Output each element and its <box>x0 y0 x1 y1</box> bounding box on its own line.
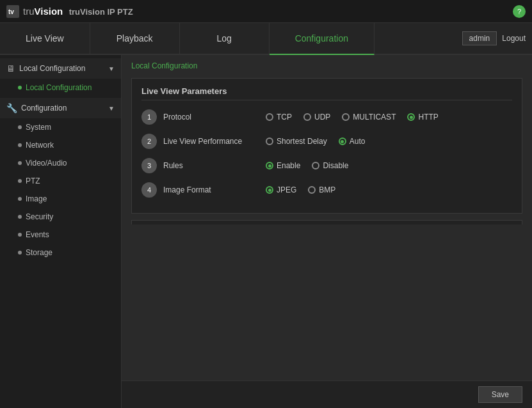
main-nav: Live View Playback Log Configuration adm… <box>0 23 532 55</box>
rules-options: Enable Disable <box>266 161 512 170</box>
sidebar-section-config: 🔧 Configuration ▼ System Network Video/A… <box>0 98 121 262</box>
app-header: tv truVision truVision IP PTZ ? <box>0 0 532 23</box>
sidebar-section-config-items: System Network Video/Audio PTZ Image <box>0 118 121 262</box>
tab-live-view[interactable]: Live View <box>0 23 90 54</box>
perf-shortest-delay-radio[interactable] <box>266 137 273 145</box>
sidebar-item-ptz[interactable]: PTZ <box>0 172 121 190</box>
protocol-http[interactable]: HTTP <box>407 113 438 122</box>
protocol-label: Protocol <box>163 113 266 122</box>
sidebar-item-video-audio[interactable]: Video/Audio <box>0 154 121 172</box>
protocol-multicast-radio[interactable] <box>342 113 350 121</box>
bottom-bar: Save <box>122 381 532 408</box>
logo-text: truVision truVision IP PTZ <box>23 6 133 17</box>
rules-disable[interactable]: Disable <box>312 161 348 170</box>
perf-shortest-delay[interactable]: Shortest Delay <box>266 137 327 146</box>
format-bmp[interactable]: BMP <box>308 185 335 194</box>
sidebar-item-system[interactable]: System <box>0 118 121 136</box>
protocol-udp[interactable]: UDP <box>303 113 330 122</box>
sidebar-item-image[interactable]: Image <box>0 190 121 208</box>
svg-text:tv: tv <box>8 8 14 15</box>
save-button[interactable]: Save <box>478 386 522 403</box>
rules-disable-radio[interactable] <box>312 162 319 169</box>
help-button[interactable]: ? <box>513 5 526 18</box>
local-config-dot <box>18 86 22 90</box>
perf-auto[interactable]: Auto <box>339 137 366 146</box>
image-format-row: 4 Image Format JPEG BMP <box>141 181 512 199</box>
local-config-chevron: ▼ <box>108 65 115 72</box>
protocol-row: 1 Protocol TCP UDP MULTICAS <box>141 108 512 126</box>
content-area: Local Configuration Live View Parameters… <box>122 55 532 408</box>
sidebar-header-config[interactable]: 🔧 Configuration ▼ <box>0 98 121 118</box>
sidebar-item-events[interactable]: Events <box>0 226 121 244</box>
sidebar-section-local-label: Local Configuration <box>19 64 85 73</box>
nav-right: admin Logout <box>462 23 532 54</box>
row-num-3: 3 <box>141 158 157 173</box>
row-num-4: 4 <box>141 182 157 198</box>
breadcrumb: Local Configuration <box>131 61 522 70</box>
live-view-performance-options: Shortest Delay Auto <box>266 137 512 146</box>
admin-label: admin <box>462 31 497 45</box>
perf-auto-radio[interactable] <box>339 137 346 145</box>
sidebar-item-storage[interactable]: Storage <box>0 244 121 262</box>
logout-button[interactable]: Logout <box>502 34 526 43</box>
live-view-panel-title: Live View Parameters <box>141 86 512 100</box>
format-bmp-radio[interactable] <box>308 186 316 194</box>
image-format-options: JPEG BMP <box>266 185 512 194</box>
protocol-tcp[interactable]: TCP <box>266 113 292 122</box>
rules-label: Rules <box>163 161 266 170</box>
config-icon: 🔧 <box>6 103 17 113</box>
live-view-performance-label: Live View Performance <box>163 137 266 146</box>
sidebar-header-local[interactable]: 🖥 Local Configuration ▼ <box>0 58 121 79</box>
app-logo: tv truVision truVision IP PTZ <box>6 5 133 18</box>
config-chevron: ▼ <box>108 105 115 112</box>
format-jpeg-radio[interactable] <box>266 186 273 194</box>
protocol-udp-radio[interactable] <box>303 113 311 121</box>
sidebar: 🖥 Local Configuration ▼ Local Configurat… <box>0 55 122 408</box>
main-layout: 🖥 Local Configuration ▼ Local Configurat… <box>0 55 532 408</box>
row-num-1: 1 <box>141 109 157 125</box>
sidebar-item-network[interactable]: Network <box>0 136 121 154</box>
rules-enable-radio[interactable] <box>266 162 273 169</box>
tab-configuration[interactable]: Configuration <box>270 23 375 55</box>
main-content: Local Configuration Live View Parameters… <box>122 55 532 224</box>
protocol-options: TCP UDP MULTICAST HTTP <box>266 113 512 122</box>
rules-enable[interactable]: Enable <box>266 161 300 170</box>
sidebar-section-local: 🖥 Local Configuration ▼ Local Configurat… <box>0 58 121 97</box>
local-config-icon: 🖥 <box>6 63 15 74</box>
logo-icon: tv <box>6 5 19 18</box>
sidebar-item-security[interactable]: Security <box>0 208 121 226</box>
live-view-panel: Live View Parameters 1 Protocol TCP UDP <box>131 78 522 214</box>
format-jpeg[interactable]: JPEG <box>266 185 296 194</box>
image-format-label: Image Format <box>163 185 266 194</box>
protocol-multicast[interactable]: MULTICAST <box>342 113 396 122</box>
sidebar-section-local-items: Local Configuration <box>0 79 121 97</box>
sidebar-item-local-configuration[interactable]: Local Configuration <box>0 79 121 97</box>
tab-log[interactable]: Log <box>180 23 270 54</box>
protocol-http-radio[interactable] <box>407 113 415 121</box>
row-num-2: 2 <box>141 134 157 149</box>
sidebar-section-config-label: Configuration <box>21 104 67 113</box>
tab-playback[interactable]: Playback <box>90 23 180 54</box>
rules-row: 3 Rules Enable Disable <box>141 157 512 175</box>
live-view-performance-row: 2 Live View Performance Shortest Delay A… <box>141 132 512 150</box>
protocol-tcp-radio[interactable] <box>266 113 273 121</box>
